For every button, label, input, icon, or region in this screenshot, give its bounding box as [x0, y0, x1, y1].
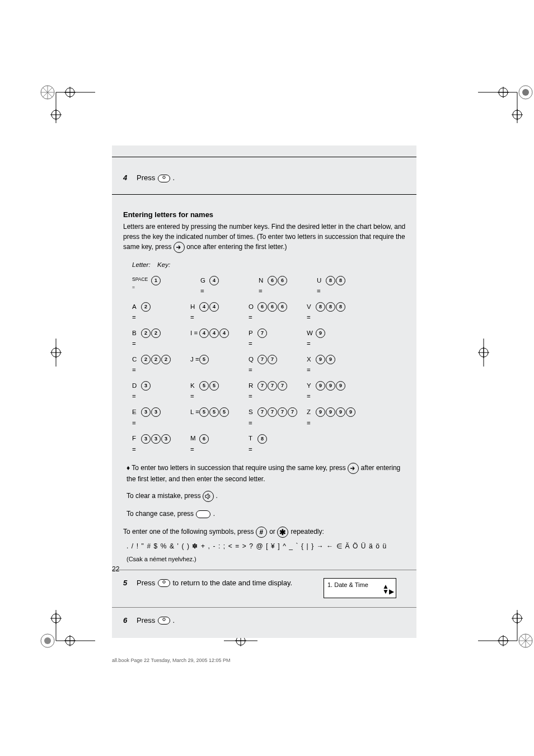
step-5: 5 Press to return to the date and time d… [112, 576, 416, 604]
table-header-key: Key: [157, 260, 202, 271]
number-key-icon: 5 [199, 381, 209, 391]
number-key-icon: 8 [257, 434, 267, 444]
number-key-icon: 9 [326, 381, 335, 391]
same-key-note: ♦ To enter two letters in succession tha… [112, 458, 416, 486]
table-key-seq: 444 [199, 328, 249, 350]
number-key-icon: 1 [151, 276, 161, 285]
number-key-icon: 6 [278, 302, 287, 312]
svg-point-14 [522, 89, 529, 96]
top-rule [112, 157, 416, 157]
number-key-icon: 9 [326, 407, 335, 417]
table-letter: Q = [249, 354, 257, 376]
star-key-icon: ✱ [277, 527, 288, 538]
number-key-icon: 5 [219, 407, 229, 417]
redial-key-icon [196, 510, 210, 518]
table-letter: C = [132, 354, 141, 376]
table-key-seq: 44 [199, 302, 249, 323]
crop-mark-mid-left [39, 339, 73, 372]
table-key-seq: 1 [151, 275, 200, 297]
number-key-icon: 4 [199, 302, 209, 312]
number-key-icon: 5 [199, 355, 209, 364]
number-key-icon: 8 [336, 276, 345, 285]
rule [112, 607, 416, 608]
number-key-icon: 3 [151, 407, 161, 417]
step-text: Press . [137, 173, 411, 183]
number-key-icon: 2 [151, 355, 161, 364]
symbols-intro: To enter one of the following symbols, p… [112, 527, 416, 539]
german-only-note: (Csak a német nyelvhez.) [112, 550, 416, 566]
letter-key-table: Letter:Key:SPACE =1G =4N =66U =88A =2H =… [112, 259, 416, 458]
number-key-icon: 3 [141, 407, 151, 417]
entering-letters-title: Entering letters for names [112, 200, 416, 222]
number-key-icon: 6 [199, 434, 209, 444]
number-key-icon: 7 [278, 407, 287, 417]
number-key-icon: 6 [268, 302, 277, 312]
number-key-icon: 5 [209, 381, 219, 391]
table-header-letter [341, 260, 367, 271]
crop-mark-bottom-right [478, 604, 512, 638]
crop-mark-top-right [478, 73, 512, 106]
rule [112, 570, 416, 570]
number-key-icon: 9 [316, 381, 325, 391]
number-key-icon: 4 [219, 328, 229, 338]
svg-point-60 [163, 618, 165, 621]
table-key-seq: 222 [141, 354, 190, 376]
number-key-icon: 7 [257, 407, 267, 417]
footer-file-info: all.book Page 22 Tuesday, March 29, 2005… [112, 658, 230, 663]
svg-point-58 [163, 176, 165, 178]
page-content: 4 Press . Entering letters for names Let… [112, 145, 416, 638]
stop-key-icon [158, 579, 170, 587]
number-key-icon: 7 [268, 355, 277, 364]
number-key-icon: 6 [268, 276, 277, 285]
table-letter: W = [307, 328, 316, 350]
right-arrow-key-icon [174, 242, 185, 253]
display-line-1: 1. Date & Time [327, 581, 387, 589]
table-key-seq: 4 [209, 275, 259, 297]
number-key-icon: 4 [199, 328, 209, 338]
lowercase-note: To change case, press . [112, 504, 416, 527]
number-key-icon: 3 [161, 434, 171, 444]
number-key-icon: 9 [326, 355, 335, 364]
table-letter: F = [132, 433, 141, 455]
table-letter: E = [132, 407, 141, 429]
table-key-seq: 888 [316, 302, 365, 323]
number-key-icon: 7 [268, 407, 277, 417]
number-key-icon: 5 [199, 407, 209, 417]
speaker-key-icon [203, 491, 214, 502]
table-letter: I = [190, 328, 199, 350]
table-key-seq: 9999 [316, 407, 365, 429]
table-key-seq: 333 [141, 433, 190, 455]
number-key-icon: 6 [257, 302, 267, 312]
table-letter: G = [200, 275, 209, 297]
hash-key-icon: # [256, 527, 267, 538]
number-key-icon: 7 [257, 328, 267, 338]
number-key-icon: 2 [151, 328, 161, 338]
number-key-icon: 9 [346, 407, 355, 417]
table-key-seq: 55 [199, 381, 249, 402]
table-key-seq: 7777 [257, 407, 307, 429]
stop-key-icon [158, 617, 170, 624]
right-arrow-key-icon [348, 463, 359, 474]
step-number: 5 [123, 578, 137, 588]
table-key-seq: 22 [141, 328, 190, 350]
number-key-icon: 8 [326, 276, 335, 285]
number-key-icon: 9 [336, 407, 345, 417]
stop-key-icon [158, 175, 170, 182]
table-letter: SPACE = [132, 275, 151, 297]
table-key-seq: 666 [257, 302, 307, 323]
table-header-letter: Letter: [132, 260, 157, 271]
number-key-icon: 9 [316, 407, 325, 417]
number-key-icon: 8 [316, 302, 325, 312]
crop-mark-top-left [39, 73, 73, 106]
table-key-seq: 99 [316, 354, 365, 376]
number-key-icon: 7 [257, 355, 267, 364]
table-header-letter [271, 260, 297, 271]
symbols-list: . / ! " # $ % & ' ( ) ✽ + , - : ; < = > … [112, 539, 416, 550]
number-key-icon: 3 [151, 434, 161, 444]
table-header-key [367, 260, 411, 271]
table-key-seq: 8 [257, 433, 307, 455]
table-key-seq: 5 [199, 354, 249, 376]
table-key-seq: 999 [316, 381, 365, 402]
number-key-icon: 7 [278, 381, 287, 391]
table-key-seq: 3 [141, 381, 190, 402]
